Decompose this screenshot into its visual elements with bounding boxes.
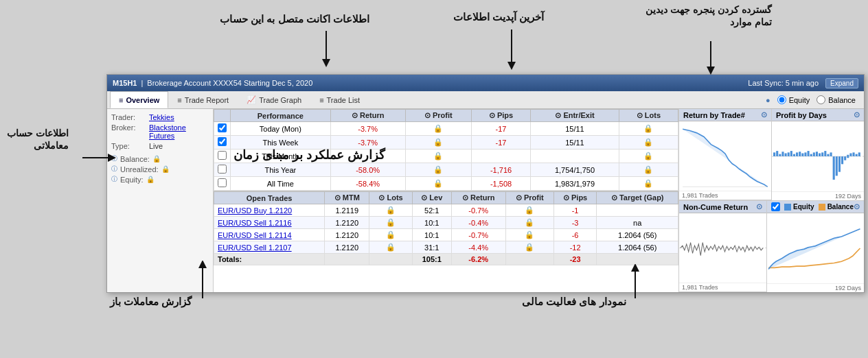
tab-overview[interactable]: ≡ Overview (110, 91, 168, 108)
trade-link-2[interactable]: EUR/USD Sell 1.2116 (218, 219, 292, 227)
perf-entr-alltime: 1,983/1,979 (531, 177, 619, 191)
annotation-financial-charts: نمودار های فعالیت مالی (522, 295, 626, 309)
perf-profit-week: 🔒 (405, 136, 471, 150)
perf-pips-year: -1,716 (471, 163, 530, 177)
perf-profit-alltime: 🔒 (405, 177, 471, 191)
svg-rect-18 (821, 152, 823, 156)
equity-chart-checkbox[interactable] (771, 202, 780, 211)
equity-legend-label: Equity (793, 203, 814, 211)
chart-profit-icon[interactable]: ⊙ (854, 110, 860, 119)
ot-mtm-4: 1.2120 (325, 241, 369, 254)
expand-button[interactable]: Expand (825, 78, 858, 88)
perf-return-year: -58.0% (330, 163, 405, 177)
chart-equity-icon[interactable]: ⊙ (854, 202, 860, 211)
table-row: EUR/USD Buy 1.2120 1.2119 🔒 52:1 -0.7% 🔒… (214, 204, 678, 217)
perf-check-month[interactable] (218, 151, 227, 160)
chart-noncume-icon[interactable]: ⊙ (756, 202, 762, 211)
table-row: All Time -58.4% 🔒 -1,508 1,983/1,979 🔒 (214, 177, 678, 191)
ot-lev-4: 31:1 (412, 241, 451, 254)
perf-check-week[interactable] (218, 137, 227, 146)
tab-trade-graph[interactable]: 📈 Trade Graph (238, 91, 310, 108)
equity-radio-label[interactable]: Equity (777, 95, 810, 104)
perf-profit-month: 🔒 (405, 150, 471, 163)
chart-noncume-header: Non-Cume Return ⊙ (679, 201, 766, 213)
equity-radio[interactable] (777, 95, 786, 104)
ot-lots-3: 🔒 (369, 229, 413, 241)
table-row: Today (Mon) -3.7% 🔒 -17 15/11 🔒 (214, 122, 678, 136)
chart-return-title: Return by Trade# (683, 111, 745, 119)
chart-noncume-footer-left: 1,981 Trades (682, 284, 718, 291)
perf-entr-today: 15/11 (531, 122, 619, 136)
type-label: Type: (111, 142, 149, 150)
table-row: This Year -58.0% 🔒 -1,716 1,754/1,750 🔒 (214, 163, 678, 177)
ot-pips-1: -1 (553, 204, 597, 217)
perf-label-year: This Year (231, 163, 331, 177)
ot-header-2: ⊙ Lots (369, 192, 413, 204)
trade-link-3[interactable]: EUR/USD Sell 1.2114 (218, 231, 292, 239)
equity-label: Equity (789, 96, 810, 104)
svg-rect-22 (833, 156, 835, 180)
balance-radio-label[interactable]: Balance (816, 95, 856, 104)
perf-pips-today: -17 (471, 122, 530, 136)
annotation-open-trades: گزارش معاملات باز (110, 295, 192, 309)
arrow-financial-charts (615, 264, 656, 302)
chart-profit-by-days: Profit by Days ⊙ (772, 109, 864, 200)
perf-check-alltime[interactable] (218, 178, 227, 187)
totals-lots (369, 254, 413, 265)
perf-lots-week: 🔒 (619, 136, 678, 150)
ot-return-3: -0.7% (451, 229, 505, 241)
totals-return: -6.2% (451, 254, 505, 265)
title-bar: M15H1 | Brokerage Account XXXX54 Startin… (107, 75, 864, 91)
annotation-performance-time: گزارش عملکرد بر مبنای زمان (233, 147, 385, 163)
svg-rect-30 (856, 154, 858, 156)
tab-trade-list[interactable]: ≡ Trade List (310, 91, 369, 108)
broker-value[interactable]: Blackstone Futures (149, 123, 209, 140)
trade-link-4[interactable]: EUR/USD Sell 1.2107 (218, 243, 292, 252)
trader-value[interactable]: Tekkies (149, 113, 174, 121)
perf-check-year[interactable] (218, 165, 227, 174)
svg-rect-23 (836, 156, 838, 176)
perf-header-1: ⊙ Return (330, 110, 405, 122)
ot-return-4: -4.4% (451, 241, 505, 254)
perf-lots-alltime: 🔒 (619, 177, 678, 191)
svg-rect-12 (804, 152, 806, 156)
chart-profit-footer-right: 192 Days (835, 193, 861, 200)
tab-trade-report[interactable]: ≡ Trade Report (168, 91, 238, 108)
svg-rect-16 (816, 152, 818, 156)
trade-link-1[interactable]: EUR/USD Buy 1.2120 (218, 206, 292, 215)
ot-header-3: ⊙ Lev (412, 192, 451, 204)
svg-rect-24 (838, 156, 841, 172)
balance-radio[interactable] (816, 95, 825, 104)
perf-profit-year: 🔒 (405, 163, 471, 177)
table-row: EUR/USD Sell 1.2107 1.2120 🔒 31:1 -4.4% … (214, 241, 678, 254)
ot-lots-1: 🔒 (369, 204, 413, 217)
tab-trade-list-icon: ≡ (319, 96, 323, 104)
chart-return-header: Return by Trade# ⊙ (679, 109, 771, 121)
arrow-account-info (306, 27, 347, 69)
chart-equity-body (767, 213, 864, 283)
annotation-expand: گسترده کردن پنجره جهت دیدینتمام موارد (646, 3, 772, 28)
noncume-chart-svg (679, 213, 766, 283)
table-row: EUR/USD Sell 1.2114 1.2120 🔒 10:1 -0.7% … (214, 229, 678, 241)
perf-check-header (214, 110, 231, 122)
balance-label: Balance: (120, 155, 150, 163)
tab-trade-report-label: Trade Report (185, 96, 229, 104)
annotation-account-trading: اطلاعات حسابمعاملاتی (7, 127, 69, 152)
svg-rect-17 (819, 153, 821, 156)
ot-header-0: Open Trades (214, 192, 325, 204)
ot-pips-4: -12 (553, 241, 597, 254)
ot-return-2: -0.4% (451, 217, 505, 229)
perf-lots-year: 🔒 (619, 163, 678, 177)
svg-rect-20 (827, 154, 829, 156)
chart-return-by-trade: Return by Trade# ⊙ 1,981 Trades (679, 109, 772, 200)
ot-lots-4: 🔒 (369, 241, 413, 254)
arrow-expand (694, 38, 728, 75)
profit-chart-svg (772, 121, 864, 191)
svg-rect-13 (808, 151, 810, 156)
svg-rect-14 (810, 154, 812, 156)
equity-row: ⓘ Equity: 🔒 (111, 175, 209, 184)
unrealized-row: ⓘ Unrealized: 🔒 (111, 165, 209, 174)
ot-lev-3: 10:1 (412, 229, 451, 241)
perf-check-today[interactable] (218, 123, 227, 132)
ot-target-1 (597, 204, 678, 217)
